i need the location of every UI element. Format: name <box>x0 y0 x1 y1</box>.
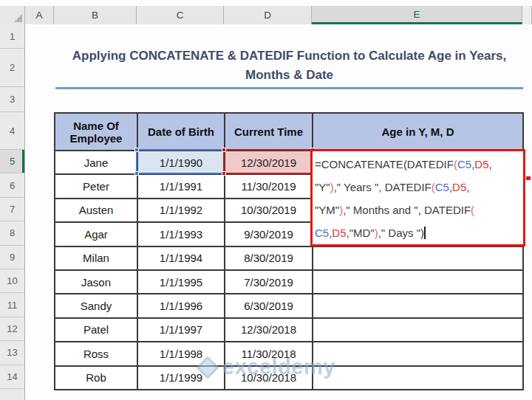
formula-token: ,"MD" <box>347 227 375 239</box>
formula-token: ," Days ") <box>378 227 424 239</box>
employee-name-cell[interactable]: Rob <box>55 367 138 390</box>
date-of-birth-cell[interactable]: 1/1/1990 <box>138 151 225 175</box>
table-row: Rob1/1/199910/30/2018 <box>55 367 524 390</box>
formula-token: C5 <box>315 227 329 239</box>
formula-token: "Y" <box>315 181 330 193</box>
formula-line: "YM")," Months and ", DATEDIF( <box>315 199 522 221</box>
formula-token: D5 <box>452 181 466 193</box>
formula-token: "YM" <box>315 204 339 216</box>
table-row: Patel1/1/199712/30/2018 <box>55 319 524 342</box>
age-result-cell[interactable] <box>313 271 524 294</box>
current-time-cell[interactable]: 7/30/2019 <box>225 271 313 294</box>
row-header-1[interactable]: 1 <box>0 24 25 49</box>
date-of-birth-cell[interactable]: 1/1/1994 <box>138 247 225 271</box>
table-row: Sandy1/1/19966/30/2019 <box>55 294 524 318</box>
row-header-8[interactable]: 8 <box>0 221 25 245</box>
age-result-cell[interactable] <box>313 319 524 342</box>
current-time-cell[interactable]: 10/30/2018 <box>225 367 313 390</box>
employee-name-cell[interactable]: Peter <box>55 175 138 199</box>
column-header-A[interactable]: A <box>25 6 54 24</box>
current-time-cell[interactable]: 8/30/2019 <box>225 247 313 271</box>
employee-name-cell[interactable]: Milan <box>55 247 138 271</box>
table-row: Milan1/1/19948/30/2019 <box>55 247 524 271</box>
text-cursor <box>424 227 426 239</box>
date-of-birth-cell[interactable]: 1/1/1991 <box>138 175 225 199</box>
table-row: Jason1/1/19957/30/2019 <box>55 271 524 294</box>
title-underline <box>55 87 523 89</box>
employee-name-cell[interactable]: Agar <box>55 223 138 246</box>
column-header-C[interactable]: C <box>137 6 224 24</box>
employee-name-cell[interactable]: Ross <box>55 342 138 366</box>
age-result-cell[interactable] <box>313 367 524 390</box>
current-time-cell[interactable]: 6/30/2019 <box>225 294 313 318</box>
sheet-title-line2: Months & Date <box>54 66 525 85</box>
formula-token: ( <box>471 204 474 216</box>
row-header-14[interactable]: 14 <box>0 365 25 389</box>
row-header-5[interactable]: 5 <box>0 150 25 173</box>
employee-name-cell[interactable]: Jane <box>55 151 138 175</box>
sheet-title-line1: Applying CONCATENATE & DATEDIF Function … <box>54 46 525 66</box>
row-header-9[interactable]: 9 <box>0 246 25 269</box>
date-of-birth-cell[interactable]: 1/1/1998 <box>138 342 225 366</box>
select-all-triangle-icon <box>14 14 22 22</box>
table-row: Ross1/1/199811/30/2018 <box>55 342 524 366</box>
sheet-title: Applying CONCATENATE & DATEDIF Function … <box>54 46 525 85</box>
formula-token: ," Years ", DATEDIF <box>334 181 432 193</box>
date-of-birth-cell[interactable]: 1/1/1993 <box>138 223 225 246</box>
date-of-birth-cell[interactable]: 1/1/1992 <box>138 199 225 223</box>
current-time-cell[interactable]: 10/30/2019 <box>225 199 313 223</box>
selected-row-green-bar <box>22 150 24 173</box>
formula-token: C5 <box>457 158 471 170</box>
current-time-cell[interactable]: 12/30/2019 <box>225 151 313 175</box>
formula-token: ," Months and ", DATEDIF <box>343 204 471 216</box>
formula-token: , <box>466 181 469 193</box>
formula-line: C5,D5,"MD")," Days ") <box>315 221 522 244</box>
formula-line: =CONCATENATE(DATEDIF(C5,D5, <box>315 153 522 176</box>
table-header-row: Name Of EmployeeDate of BirthCurrent Tim… <box>55 114 524 151</box>
row-header-10[interactable]: 10 <box>0 269 25 293</box>
age-result-cell[interactable] <box>313 247 524 271</box>
formula-edit-box[interactable]: =CONCATENATE(DATEDIF(C5,D5,"Y")," Years … <box>310 149 525 246</box>
formula-token: C5 <box>435 181 449 193</box>
employee-name-cell[interactable]: Sandy <box>55 294 138 318</box>
table-header-cell[interactable]: Age in Y, M, D <box>313 114 524 151</box>
current-time-cell[interactable]: 11/30/2018 <box>225 342 313 366</box>
formula-token: D5 <box>332 227 346 239</box>
date-of-birth-cell[interactable]: 1/1/1999 <box>138 367 225 390</box>
row-header-3[interactable]: 3 <box>0 87 25 112</box>
age-result-cell[interactable] <box>313 294 524 318</box>
column-header-D[interactable]: D <box>224 6 312 24</box>
date-of-birth-cell[interactable]: 1/1/1997 <box>138 319 225 342</box>
row-header-7[interactable]: 7 <box>0 198 25 221</box>
stray-red-mark <box>526 176 531 180</box>
employee-name-cell[interactable]: Jason <box>55 271 138 294</box>
row-header-2[interactable]: 2 <box>0 49 25 87</box>
select-all-corner[interactable] <box>0 6 25 24</box>
table-header-cell[interactable]: Date of Birth <box>138 114 225 151</box>
row-header-12[interactable]: 12 <box>0 317 25 341</box>
formula-token: D5 <box>474 158 488 170</box>
table-header-cell[interactable]: Name Of Employee <box>55 114 138 151</box>
current-time-cell[interactable]: 12/30/2018 <box>225 319 313 342</box>
row-header-13[interactable]: 13 <box>0 341 25 365</box>
formula-token: , <box>488 158 491 170</box>
row-header-11[interactable]: 11 <box>0 293 25 317</box>
current-time-cell[interactable]: 9/30/2019 <box>225 223 313 246</box>
column-header-partial <box>522 6 532 24</box>
row-header-6[interactable]: 6 <box>0 173 25 197</box>
formula-token: =CONCATENATE(DATEDIF <box>315 158 454 170</box>
table-header-cell[interactable]: Current Time <box>225 114 313 151</box>
age-result-cell[interactable] <box>313 342 524 366</box>
employee-name-cell[interactable]: Patel <box>55 319 138 342</box>
date-of-birth-cell[interactable]: 1/1/1996 <box>138 294 225 318</box>
employee-name-cell[interactable]: Austen <box>55 199 138 223</box>
column-header-B[interactable]: B <box>54 6 137 24</box>
column-header-E[interactable]: E <box>312 6 522 24</box>
formula-line: "Y")," Years ", DATEDIF(C5,D5, <box>315 176 522 199</box>
row-header-4[interactable]: 4 <box>0 112 25 150</box>
date-of-birth-cell[interactable]: 1/1/1995 <box>138 271 225 294</box>
current-time-cell[interactable]: 11/30/2019 <box>225 175 313 199</box>
excel-worksheet: ABCDE 1234567891011121314 Applying CONCA… <box>0 0 532 400</box>
